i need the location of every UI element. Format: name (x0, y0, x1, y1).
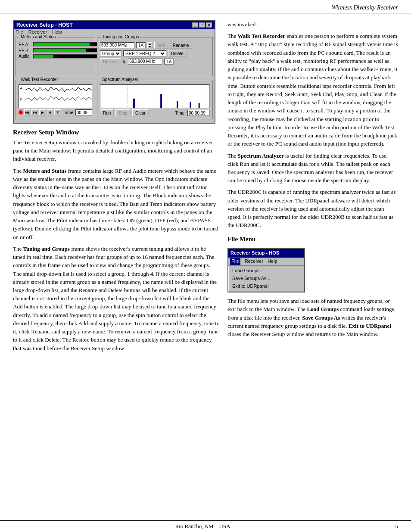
para2-rest: frame contains large RF and Audio meters… (13, 168, 218, 240)
clear-sa-button[interactable]: Clear (132, 109, 149, 116)
audio-bar (34, 55, 53, 58)
tuning-frame: Tuning and Groups 693.900 MHz 1A ▲ ▼ Ad (97, 37, 213, 76)
load-groups-bold: Load Groups (307, 306, 339, 312)
walk-test-graph[interactable]: A B (19, 84, 92, 108)
udr-text: The UDR200C is capable of running the sp… (227, 188, 398, 229)
freq-input1[interactable]: 693.900 MHz (100, 42, 134, 48)
window-controls[interactable]: _ □ ✕ (192, 22, 212, 28)
meters-frame: Meters and Status RF A (16, 37, 95, 76)
fm-titlebar: Receiver Setup - HOS (228, 249, 304, 258)
sa-time-value: 00:00:39 (187, 110, 210, 116)
group-select[interactable]: Group 1 Group 2 Group 3 Group 4 (100, 50, 121, 56)
wt-label-b: B (20, 97, 22, 101)
wt-label-a: A (20, 86, 22, 90)
stop-sa-button[interactable]: Stop (115, 109, 131, 116)
was-invoked: was invoked. (227, 21, 257, 28)
stop-button[interactable]: ■ (47, 109, 54, 115)
tuning-row1: 693.900 MHz 1A ▲ ▼ Add Rename (100, 42, 210, 49)
receiver-setup-window: Receiver Setup - HOST _ □ ✕ File Receive… (13, 20, 215, 124)
para3-rest: frame shows the receiver's current tunin… (13, 246, 219, 352)
file-menu-window: Receiver Setup - HOS File Receiver Help … (227, 248, 305, 292)
rfa-bar (34, 43, 90, 46)
sa-time-label: Time: (175, 111, 186, 115)
fm-dropdown: Load Groups... Save Groups As... Exit to… (228, 266, 304, 292)
seek-start-button[interactable]: ⏮ (24, 109, 31, 115)
spin-up[interactable]: ▲ (147, 42, 153, 45)
rfa-meter (33, 42, 100, 47)
fm-load-groups[interactable]: Load Groups... (229, 267, 304, 275)
fm-menu-help[interactable]: Help (268, 258, 277, 265)
window-titlebar: Receiver Setup - HOST _ □ ✕ (14, 21, 215, 29)
minimize-button[interactable]: _ (192, 22, 198, 28)
para3: The Tuning and Groups frame shows the re… (13, 245, 220, 352)
menu-file[interactable]: File (16, 29, 23, 34)
spin-down[interactable]: ▼ (147, 45, 153, 48)
channel-box1[interactable]: 1A (136, 42, 146, 48)
svg-rect-7 (199, 103, 200, 108)
rfb-bar (34, 49, 86, 52)
spectrum-svg (100, 85, 209, 108)
add-button[interactable]: Add (154, 42, 168, 49)
channel-box2[interactable]: 1A (164, 59, 174, 65)
rfb-meter (33, 48, 100, 53)
rename-button[interactable]: Rename (170, 42, 192, 49)
para2-bold: Meters and Status (23, 168, 66, 174)
bottom-panes: Walk Test Recorder A B (16, 80, 213, 121)
fm-menu-file[interactable]: File (230, 258, 240, 265)
wt-time-label: Time: (64, 110, 75, 115)
spectrum-bold: Spectrum Analyzer (237, 152, 283, 159)
close-button[interactable]: ✕ (206, 22, 212, 28)
tuning-frame-title: Tuning and Groups (101, 34, 140, 39)
walk-test-text: enables one person to perform a complete… (227, 33, 398, 147)
freq-input2[interactable]: 693.900 MHz (128, 59, 162, 65)
fm-menubar: File Receiver Help (228, 258, 304, 266)
footer-page: 15 (392, 523, 398, 530)
clear-walk-button[interactable]: ✕ (54, 109, 61, 115)
walk-test-controls: ⏮ ⏭ ▶ ■ ✕ Time: 00:39 (19, 109, 92, 115)
play-button[interactable]: ▶ (39, 109, 46, 115)
spectrum-controls: Run Stop Clear Time: 00:00:39 (100, 109, 210, 116)
spectrum-graph[interactable] (100, 84, 210, 108)
restore-button[interactable]: Restore (100, 58, 121, 65)
walk-test-frame: Walk Test Recorder A B (16, 80, 95, 119)
tuning-row2: Group 1 Group 2 Group 3 Group 4 GRP 1 FR… (100, 50, 210, 57)
walk-test-title: Walk Test Recorder (19, 77, 59, 82)
svg-rect-3 (133, 99, 135, 108)
section1-title: Receiver Setup Window (13, 129, 220, 136)
spectrum-frame: Spectrum Analyzer (97, 80, 213, 119)
svg-rect-4 (160, 94, 162, 108)
fm-save-groups[interactable]: Save Groups As... (229, 275, 304, 283)
to-label: to (123, 59, 126, 64)
record-button[interactable] (19, 110, 23, 115)
audio-meter (33, 54, 100, 59)
footer-center: Rio Rancho, NM – USA (175, 523, 230, 530)
delete-button[interactable]: Delete (168, 50, 187, 57)
rfa-row: RF A (19, 42, 107, 47)
right-column: was invoked. The Walk Test Recorder enab… (227, 20, 398, 356)
exit-bold: Exit to UDRpanel (349, 323, 391, 329)
menu-receiver[interactable]: Receiver (28, 29, 47, 34)
rfb-label: RF B (19, 48, 31, 53)
spectrum-title: Spectrum Analyzer (101, 77, 140, 82)
save-groups-bold: Save Groups As (302, 314, 340, 321)
rfa-label: RF A (19, 42, 31, 47)
group-freq-select[interactable]: GRP 1 FREQ 2 (123, 50, 166, 56)
waveform-svg (19, 85, 92, 108)
page-header: Wireless Diversity Receiver (0, 0, 411, 13)
fm-exit[interactable]: Exit to UDRpanel (229, 283, 304, 290)
menu-help[interactable]: Help (52, 29, 62, 34)
right-para1: was invoked. (227, 20, 398, 28)
spin-control[interactable]: ▲ ▼ (147, 42, 153, 48)
svg-rect-6 (190, 102, 191, 108)
run-button[interactable]: Run (100, 109, 114, 116)
para3-bold: Tuning and Groups (23, 246, 69, 252)
top-panes: Meters and Status RF A (16, 37, 213, 78)
seek-end-button[interactable]: ⏭ (31, 109, 38, 115)
fm-menu-receiver[interactable]: Receiver (245, 258, 263, 265)
wt-time-value: 00:39 (75, 109, 92, 115)
maximize-button[interactable]: □ (199, 22, 205, 28)
meters-frame-title: Meters and Status (19, 34, 57, 39)
file-menu-title: File Menu (227, 235, 398, 244)
main-content: Receiver Setup - HOST _ □ ✕ File Receive… (0, 16, 411, 360)
rfb-row: RF B (19, 48, 107, 53)
